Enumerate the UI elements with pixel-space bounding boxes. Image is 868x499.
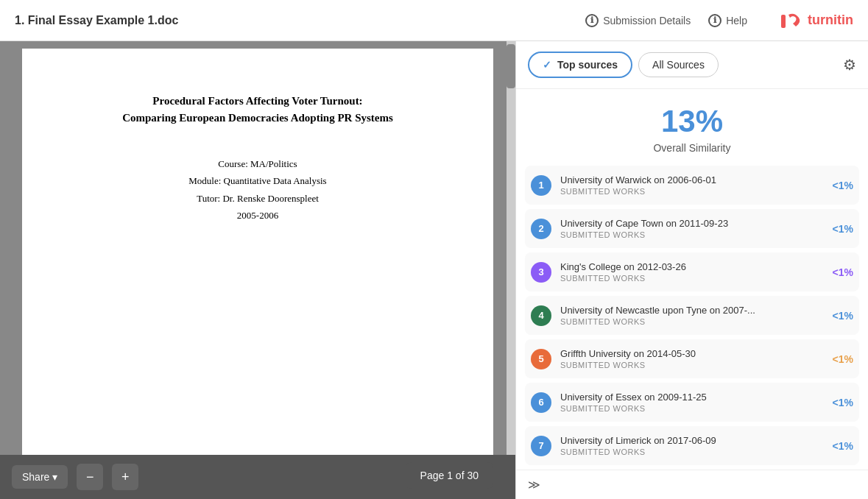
source-number: 1 (531, 175, 551, 196)
source-number: 4 (531, 305, 551, 326)
document-title: Procedural Factors Affecting Voter Turno… (66, 93, 449, 126)
list-item[interactable]: 2 University of Cape Town on 2011-09-23 … (525, 209, 859, 248)
source-percentage: <1% (827, 440, 853, 452)
source-name: University of Newcastle upon Tyne on 200… (560, 305, 827, 316)
source-number: 6 (531, 392, 551, 413)
settings-button[interactable]: ⚙ (843, 56, 856, 74)
help-button[interactable]: ℹ Help (708, 14, 747, 27)
source-number: 7 (531, 436, 551, 456)
zoom-in-button[interactable]: + (112, 464, 138, 490)
source-name: University of Essex on 2009-11-25 (560, 392, 827, 403)
document-scroll[interactable]: Procedural Factors Affecting Voter Turno… (0, 41, 515, 455)
source-name: King's College on 2012-03-26 (560, 261, 827, 272)
sources-footer: ≫ (516, 470, 868, 499)
turnitin-logo-text: turnitin (808, 13, 853, 28)
source-name: University of Limerick on 2017-06-09 (560, 435, 827, 446)
similarity-label: Overall Similarity (516, 142, 868, 154)
source-type: SUBMITTED WORKS (560, 404, 827, 413)
header-actions: ℹ Submission Details ℹ Help turnitin (585, 9, 853, 32)
document-meta: Course: MA/Politics Module: Quantitative… (66, 155, 449, 224)
source-type: SUBMITTED WORKS (560, 447, 827, 456)
document-footer: Share ▾ − + Page 1 of 30 (0, 455, 515, 499)
sources-header: ✓ Top sources All Sources ⚙ (516, 41, 868, 89)
source-name: University of Cape Town on 2011-09-23 (560, 218, 827, 229)
sources-list[interactable]: 1 University of Warwick on 2006-06-01 SU… (516, 166, 868, 470)
list-item[interactable]: 3 King's College on 2012-03-26 SUBMITTED… (525, 252, 859, 291)
source-percentage: <1% (827, 310, 853, 322)
source-percentage: <1% (827, 223, 853, 235)
zoom-out-button[interactable]: − (77, 464, 103, 490)
source-type: SUBMITTED WORKS (560, 230, 827, 239)
turnitin-logo: turnitin (780, 9, 853, 32)
sources-panel: ✓ Top sources All Sources ⚙ 13% Overall … (515, 41, 868, 499)
list-item[interactable]: 1 University of Warwick on 2006-06-01 SU… (525, 166, 859, 205)
list-item[interactable]: 6 University of Essex on 2009-11-25 SUBM… (525, 383, 859, 422)
doc-scrollbar[interactable] (507, 41, 515, 455)
similarity-section: 13% Overall Similarity (516, 89, 868, 166)
share-button[interactable]: Share ▾ (12, 465, 68, 489)
document-panel: Procedural Factors Affecting Voter Turno… (0, 41, 515, 499)
source-percentage: <1% (827, 353, 853, 365)
source-percentage: <1% (827, 180, 853, 191)
source-info: University of Newcastle upon Tyne on 200… (560, 305, 827, 326)
source-type: SUBMITTED WORKS (560, 361, 827, 369)
list-item[interactable]: 7 University of Limerick on 2017-06-09 S… (525, 426, 859, 465)
source-type: SUBMITTED WORKS (560, 187, 827, 196)
source-info: University of Limerick on 2017-06-09 SUB… (560, 435, 827, 456)
source-number: 5 (531, 349, 551, 369)
source-info: University of Essex on 2009-11-25 SUBMIT… (560, 392, 827, 413)
source-info: King's College on 2012-03-26 SUBMITTED W… (560, 261, 827, 283)
source-percentage: <1% (827, 397, 853, 408)
source-info: University of Cape Town on 2011-09-23 SU… (560, 218, 827, 239)
doc-scrollbar-thumb (507, 44, 515, 88)
source-name: Griffth University on 2014-05-30 (560, 348, 827, 359)
page-title: 1. Final Essay Example 1.doc (15, 14, 585, 27)
info-icon: ℹ (585, 14, 599, 27)
source-type: SUBMITTED WORKS (560, 317, 827, 326)
source-percentage: <1% (827, 266, 853, 278)
source-name: University of Warwick on 2006-06-01 (560, 174, 827, 185)
source-type: SUBMITTED WORKS (560, 274, 827, 283)
source-number: 2 (531, 219, 551, 239)
document-page: Procedural Factors Affecting Voter Turno… (22, 49, 493, 455)
svg-rect-0 (781, 15, 786, 28)
help-icon: ℹ (708, 14, 721, 27)
similarity-percentage: 13% (516, 104, 868, 139)
submission-details-button[interactable]: ℹ Submission Details (585, 14, 691, 27)
expand-icon[interactable]: ≫ (528, 478, 540, 492)
check-icon: ✓ (543, 59, 551, 71)
source-info: Griffth University on 2014-05-30 SUBMITT… (560, 348, 827, 369)
chevron-down-icon: ▾ (52, 471, 57, 483)
main-layout: Procedural Factors Affecting Voter Turno… (0, 41, 868, 499)
turnitin-logo-icon (780, 9, 803, 32)
page-indicator: Page 1 of 30 (406, 462, 493, 489)
tab-top-sources[interactable]: ✓ Top sources (528, 52, 632, 78)
header: 1. Final Essay Example 1.doc ℹ Submissio… (0, 0, 868, 41)
list-item[interactable]: 4 University of Newcastle upon Tyne on 2… (525, 296, 859, 335)
source-info: University of Warwick on 2006-06-01 SUBM… (560, 174, 827, 196)
source-number: 3 (531, 262, 551, 283)
tab-all-sources[interactable]: All Sources (638, 52, 719, 77)
gear-icon: ⚙ (843, 57, 856, 73)
list-item[interactable]: 5 Griffth University on 2014-05-30 SUBMI… (525, 339, 859, 378)
